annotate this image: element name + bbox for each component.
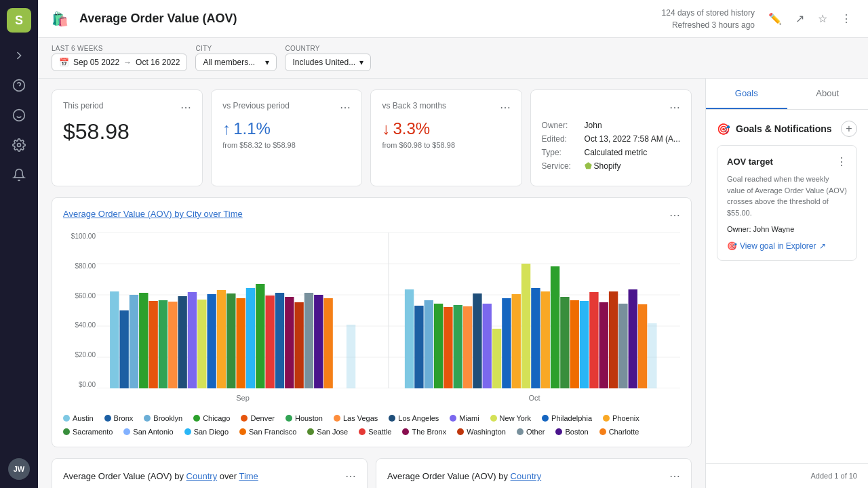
svg-rect-48 bbox=[492, 329, 501, 388]
notifications-icon[interactable] bbox=[7, 163, 31, 187]
vs-back-value: ↓ 3.3% bbox=[382, 119, 510, 138]
svg-rect-36 bbox=[314, 295, 323, 388]
this-period-more[interactable]: ⋯ bbox=[180, 101, 191, 114]
legend-label: Chicago bbox=[203, 414, 230, 422]
country-table-chart: Average Order Value (AOV) by Country ⋯ C… bbox=[376, 458, 692, 488]
legend-dot bbox=[193, 415, 200, 422]
right-panel: Goals About 🎯 Goals & Notifications + AO… bbox=[705, 79, 868, 488]
user-avatar[interactable]: JW bbox=[8, 458, 30, 480]
share-button[interactable]: ↗ bbox=[793, 9, 807, 28]
svg-rect-32 bbox=[275, 293, 284, 388]
country-dim-link[interactable]: Country bbox=[186, 471, 218, 481]
view-goal-link[interactable]: 🎯 View goal in Explorer ↗ bbox=[727, 241, 847, 251]
legend-label: Las Vegas bbox=[343, 414, 378, 422]
page-title: Average Order Value (AOV) bbox=[79, 12, 651, 26]
analytics-icon[interactable] bbox=[7, 103, 31, 127]
tab-about[interactable]: About bbox=[787, 79, 869, 109]
country-filter-group: Country Includes United... ▾ bbox=[285, 45, 371, 71]
svg-rect-35 bbox=[304, 293, 313, 388]
legend-dot bbox=[123, 428, 130, 435]
svg-rect-44 bbox=[454, 305, 462, 388]
info-owner-row: Owner: John bbox=[542, 121, 680, 130]
star-button[interactable]: ☆ bbox=[815, 9, 830, 28]
legend-item: New York bbox=[490, 414, 531, 422]
goal-more[interactable]: ⋮ bbox=[836, 155, 847, 168]
legend-dot bbox=[490, 415, 497, 422]
nav-icon[interactable] bbox=[7, 43, 31, 68]
time-dim-link[interactable]: Time bbox=[223, 209, 242, 219]
chart-legend: AustinBronxBrooklynChicagoDenverHoustonL… bbox=[63, 414, 680, 436]
country-dim-link2[interactable]: Country bbox=[511, 471, 542, 481]
x-label-sep: Sep bbox=[97, 390, 389, 409]
svg-rect-37 bbox=[323, 298, 332, 388]
time-dim-link2[interactable]: Time bbox=[239, 471, 258, 481]
main-content: This period ⋯ $58.98 vs Previous period … bbox=[38, 79, 705, 488]
city-filter-control[interactable]: All members... ▾ bbox=[195, 54, 277, 71]
legend-dot bbox=[603, 415, 610, 422]
svg-rect-28 bbox=[236, 298, 245, 388]
country-time-more[interactable]: ⋯ bbox=[345, 470, 356, 483]
country-filter-control[interactable]: Includes United... ▾ bbox=[285, 54, 371, 71]
more-button[interactable]: ⋮ bbox=[838, 9, 854, 28]
settings-icon[interactable] bbox=[7, 133, 31, 157]
svg-rect-60 bbox=[609, 291, 618, 388]
goal-card-header: AOV target ⋮ bbox=[727, 155, 847, 168]
svg-point-7 bbox=[18, 144, 21, 147]
legend-item: Other bbox=[517, 428, 545, 436]
info-edited-row: Edited: Oct 13, 2022 7:58 AM (A... bbox=[542, 134, 680, 144]
tab-goals[interactable]: Goals bbox=[706, 79, 787, 109]
owner-val: John bbox=[585, 121, 602, 130]
svg-rect-49 bbox=[502, 298, 511, 388]
date-filter-control[interactable]: 📅 Sep 05 2022 → Oct 16 2022 bbox=[52, 54, 187, 71]
legend-item: The Bronx bbox=[402, 428, 446, 436]
this-period-value: $58.98 bbox=[63, 119, 191, 144]
add-goal-button[interactable]: + bbox=[841, 121, 857, 137]
legend-dot bbox=[359, 428, 366, 435]
vs-back-label: vs Back 3 months bbox=[382, 101, 446, 110]
legend-label: San Diego bbox=[194, 428, 229, 436]
svg-rect-39 bbox=[405, 289, 414, 388]
date-filter-group: Last 6 weeks 📅 Sep 05 2022 → Oct 16 2022 bbox=[52, 45, 187, 71]
history-text: 124 days of stored history bbox=[662, 7, 755, 19]
legend-label: Los Angeles bbox=[398, 414, 439, 422]
panel-section-header: 🎯 Goals & Notifications + bbox=[717, 121, 857, 137]
svg-rect-62 bbox=[629, 289, 637, 388]
edit-button[interactable]: ✏️ bbox=[766, 9, 785, 28]
country-time-title: Average Order Value (AOV) by Country ove… bbox=[63, 470, 356, 483]
owner-key: Owner: bbox=[542, 121, 579, 130]
country-table-more[interactable]: ⋯ bbox=[669, 470, 680, 483]
legend-item: Phoenix bbox=[603, 414, 639, 422]
info-more[interactable]: ⋯ bbox=[669, 101, 680, 114]
legend-item: San Jose bbox=[307, 428, 348, 436]
svg-rect-52 bbox=[531, 288, 540, 388]
help-icon[interactable] bbox=[7, 73, 31, 98]
up-arrow-icon: ↑ bbox=[222, 119, 231, 138]
city-chart-more[interactable]: ⋯ bbox=[669, 209, 680, 222]
legend-item: Chicago bbox=[193, 414, 230, 422]
legend-dot bbox=[389, 415, 395, 422]
panel-section-title: 🎯 Goals & Notifications bbox=[717, 123, 832, 136]
city-dim-link[interactable]: City bbox=[186, 209, 201, 219]
svg-rect-40 bbox=[414, 306, 423, 388]
legend-item: Denver bbox=[241, 414, 274, 422]
legend-label: The Bronx bbox=[412, 428, 446, 436]
legend-dot bbox=[517, 428, 524, 435]
legend-dot bbox=[285, 415, 292, 422]
svg-text:S: S bbox=[15, 14, 23, 27]
legend-item: Las Vegas bbox=[334, 414, 378, 422]
svg-rect-63 bbox=[638, 304, 647, 388]
city-chart-title: Average Order Value (AOV) by City over T… bbox=[63, 209, 243, 219]
country-time-chart: Average Order Value (AOV) by Country ove… bbox=[52, 458, 368, 488]
svg-rect-27 bbox=[226, 293, 235, 388]
country-filter-label: Country bbox=[285, 45, 371, 52]
legend-dot bbox=[457, 428, 464, 435]
vs-back-more[interactable]: ⋯ bbox=[500, 101, 511, 114]
city-value: All members... bbox=[203, 58, 255, 67]
legend-label: Other bbox=[526, 428, 545, 436]
svg-rect-58 bbox=[589, 292, 598, 388]
vs-previous-more[interactable]: ⋯ bbox=[340, 101, 351, 114]
chevron-down-icon: ▾ bbox=[265, 58, 269, 67]
svg-rect-16 bbox=[119, 310, 128, 388]
legend-item: Philadelphia bbox=[542, 414, 592, 422]
svg-rect-18 bbox=[139, 293, 148, 388]
